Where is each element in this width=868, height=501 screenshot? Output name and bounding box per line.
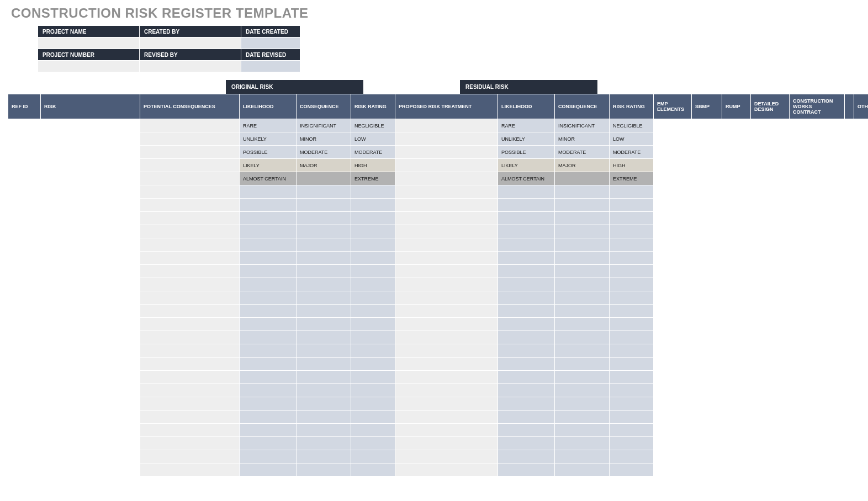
cell[interactable] xyxy=(692,132,722,146)
cell[interactable] xyxy=(854,344,869,358)
cell[interactable] xyxy=(297,358,351,371)
cell[interactable] xyxy=(555,185,610,199)
cell[interactable] xyxy=(41,291,140,305)
cell[interactable]: LIKELY xyxy=(240,159,297,172)
cell[interactable] xyxy=(8,305,41,318)
cell[interactable] xyxy=(845,291,854,305)
cell[interactable] xyxy=(297,172,351,185)
cell[interactable]: MODERATE xyxy=(555,146,610,159)
cell[interactable] xyxy=(845,132,854,146)
cell[interactable] xyxy=(610,358,654,371)
cell[interactable] xyxy=(854,172,869,185)
cell[interactable] xyxy=(790,305,845,318)
cell[interactable] xyxy=(692,371,722,384)
cell[interactable] xyxy=(351,463,395,477)
cell[interactable] xyxy=(845,252,854,265)
cell[interactable] xyxy=(854,331,869,344)
cell[interactable] xyxy=(395,437,498,450)
cell[interactable] xyxy=(41,384,140,397)
cell[interactable] xyxy=(751,344,790,358)
cell[interactable] xyxy=(692,424,722,437)
cell[interactable] xyxy=(351,185,395,199)
cell[interactable] xyxy=(555,344,610,358)
cell[interactable] xyxy=(692,384,722,397)
cell[interactable] xyxy=(498,437,555,450)
cell[interactable]: LIKELY xyxy=(498,159,555,172)
cell[interactable] xyxy=(8,344,41,358)
cell[interactable] xyxy=(845,411,854,424)
cell[interactable] xyxy=(854,437,869,450)
cell[interactable] xyxy=(790,212,845,225)
cell[interactable] xyxy=(722,371,751,384)
cell[interactable] xyxy=(722,119,751,132)
cell[interactable] xyxy=(722,265,751,278)
cell[interactable] xyxy=(654,146,692,159)
cell[interactable] xyxy=(722,437,751,450)
cell[interactable] xyxy=(8,212,41,225)
cell[interactable] xyxy=(722,358,751,371)
cell[interactable] xyxy=(498,371,555,384)
cell[interactable] xyxy=(790,291,845,305)
cell[interactable] xyxy=(692,305,722,318)
cell[interactable] xyxy=(351,252,395,265)
cell[interactable] xyxy=(240,265,297,278)
cell[interactable] xyxy=(140,265,240,278)
cell[interactable] xyxy=(8,238,41,252)
cell[interactable] xyxy=(498,278,555,291)
cell[interactable] xyxy=(692,159,722,172)
cell[interactable] xyxy=(854,199,869,212)
cell[interactable] xyxy=(654,119,692,132)
cell[interactable] xyxy=(790,238,845,252)
cell[interactable] xyxy=(395,172,498,185)
cell[interactable] xyxy=(395,318,498,331)
cell[interactable] xyxy=(498,331,555,344)
cell[interactable] xyxy=(692,199,722,212)
cell[interactable] xyxy=(654,384,692,397)
cell[interactable] xyxy=(845,344,854,358)
cell[interactable] xyxy=(41,185,140,199)
cell[interactable] xyxy=(297,212,351,225)
cell[interactable]: POSSIBLE xyxy=(240,146,297,159)
cell[interactable] xyxy=(751,238,790,252)
cell[interactable] xyxy=(751,185,790,199)
cell[interactable] xyxy=(555,411,610,424)
cell[interactable] xyxy=(790,463,845,477)
cell[interactable] xyxy=(654,450,692,463)
cell[interactable] xyxy=(692,225,722,238)
cell[interactable] xyxy=(854,119,869,132)
cell[interactable] xyxy=(498,463,555,477)
cell[interactable] xyxy=(692,331,722,344)
cell[interactable] xyxy=(351,344,395,358)
cell[interactable] xyxy=(854,291,869,305)
cell[interactable] xyxy=(498,424,555,437)
cell[interactable]: EXTREME xyxy=(610,172,654,185)
cell[interactable] xyxy=(395,119,498,132)
cell[interactable] xyxy=(610,318,654,331)
cell[interactable] xyxy=(240,305,297,318)
cell[interactable] xyxy=(845,437,854,450)
meta-project-name-value[interactable] xyxy=(38,38,140,49)
cell[interactable] xyxy=(41,411,140,424)
meta-date-revised-value[interactable] xyxy=(241,61,300,72)
cell[interactable] xyxy=(395,411,498,424)
cell[interactable] xyxy=(751,305,790,318)
cell[interactable] xyxy=(351,424,395,437)
cell[interactable] xyxy=(555,384,610,397)
cell[interactable] xyxy=(240,252,297,265)
cell[interactable] xyxy=(845,172,854,185)
cell[interactable]: LOW xyxy=(351,132,395,146)
cell[interactable] xyxy=(8,384,41,397)
cell[interactable] xyxy=(654,238,692,252)
meta-revised-by-value[interactable] xyxy=(140,61,241,72)
cell[interactable] xyxy=(722,212,751,225)
cell[interactable] xyxy=(654,185,692,199)
cell[interactable] xyxy=(8,225,41,238)
cell[interactable]: LOW xyxy=(610,132,654,146)
cell[interactable] xyxy=(140,424,240,437)
cell[interactable] xyxy=(854,305,869,318)
cell[interactable] xyxy=(845,265,854,278)
cell[interactable] xyxy=(8,265,41,278)
cell[interactable] xyxy=(240,185,297,199)
cell[interactable] xyxy=(140,278,240,291)
cell[interactable] xyxy=(722,450,751,463)
